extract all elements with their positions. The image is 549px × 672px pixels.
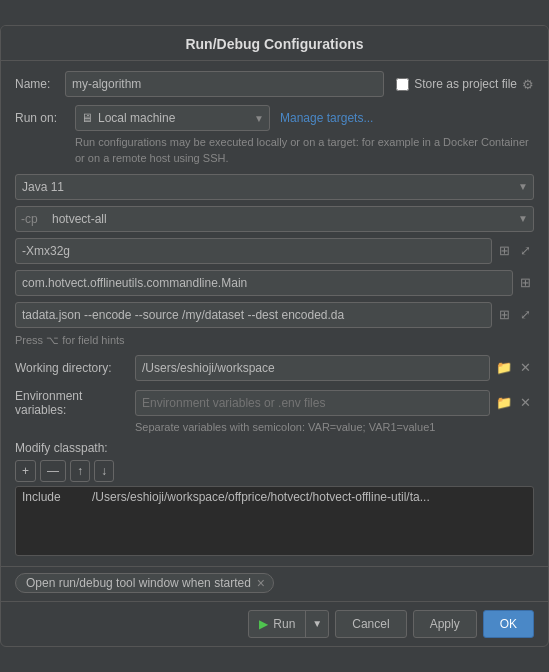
name-row: Name: Store as project file ⚙ xyxy=(15,71,534,97)
classpath-entry-path: /Users/eshioji/workspace/offprice/hotvec… xyxy=(86,487,533,507)
working-directory-row: Working directory: 📁 ✕ xyxy=(15,355,534,381)
classpath-remove-button[interactable]: — xyxy=(40,460,66,482)
run-on-row: Run on: 🖥 Local machine ▼ Manage targets… xyxy=(15,105,534,131)
run-debug-dialog: Run/Debug Configurations Name: Store as … xyxy=(0,25,549,647)
modify-classpath-label: Modify classpath: xyxy=(15,441,534,455)
main-class-expand-icon[interactable]: ⊞ xyxy=(517,274,534,291)
working-directory-label: Working directory: xyxy=(15,361,135,375)
run-tool-window-close-icon[interactable]: × xyxy=(257,576,265,590)
dialog-title: Run/Debug Configurations xyxy=(1,26,548,61)
working-directory-clear-icon[interactable]: ✕ xyxy=(517,359,534,376)
run-label-text: Run xyxy=(273,617,295,631)
classpath-table: Include /Users/eshioji/workspace/offpric… xyxy=(15,486,534,556)
classpath-row: hotvect-all -cp ▼ xyxy=(15,206,534,232)
working-directory-browse-icon[interactable]: 📁 xyxy=(493,359,515,376)
run-on-select[interactable]: Local machine xyxy=(75,105,270,131)
env-vars-icons: 📁 ✕ xyxy=(493,394,534,411)
env-vars-browse-icon[interactable]: 📁 xyxy=(493,394,515,411)
classpath-down-button[interactable]: ↓ xyxy=(94,460,114,482)
classpath-entry-type: Include xyxy=(16,487,86,507)
name-label: Name: xyxy=(15,77,65,91)
run-on-label: Run on: xyxy=(15,111,75,125)
classpath-select[interactable]: hotvect-all xyxy=(15,206,534,232)
run-dropdown-arrow[interactable]: ▼ xyxy=(306,611,328,637)
name-input[interactable] xyxy=(65,71,384,97)
run-tool-window-option: Open run/debug tool window when started … xyxy=(15,573,274,593)
ok-button[interactable]: OK xyxy=(483,610,534,638)
env-vars-hint: Separate variables with semicolon: VAR=v… xyxy=(135,421,534,433)
classpath-add-button[interactable]: + xyxy=(15,460,36,482)
run-play-icon: ▶ xyxy=(259,617,268,631)
monitor-icon: 🖥 xyxy=(81,111,93,125)
manage-targets-link[interactable]: Manage targets... xyxy=(280,111,373,125)
classpath-toolbar: + — ↑ ↓ xyxy=(15,460,534,482)
env-vars-clear-icon[interactable]: ✕ xyxy=(517,394,534,411)
cancel-button[interactable]: Cancel xyxy=(335,610,406,638)
run-on-hint: Run configurations may be executed local… xyxy=(75,135,534,166)
program-args-input[interactable] xyxy=(15,302,492,328)
run-tool-window-label: Open run/debug tool window when started xyxy=(26,576,251,590)
main-class-input[interactable] xyxy=(15,270,513,296)
vm-options-row: ⊞ ⤢ xyxy=(15,238,534,264)
vm-options-input[interactable] xyxy=(15,238,492,264)
run-on-select-wrapper: 🖥 Local machine ▼ xyxy=(75,105,270,131)
dialog-footer: ▶ Run ▼ Cancel Apply OK xyxy=(1,601,548,646)
run-button-label: ▶ Run xyxy=(249,611,306,637)
working-directory-icons: 📁 ✕ xyxy=(493,359,534,376)
environment-variables-row: Environment variables: 📁 ✕ xyxy=(15,389,534,417)
environment-variables-input[interactable] xyxy=(135,390,490,416)
working-directory-input[interactable] xyxy=(135,355,490,381)
vm-options-expand-icon[interactable]: ⊞ xyxy=(496,242,513,259)
classpath-table-row[interactable]: Include /Users/eshioji/workspace/offpric… xyxy=(16,487,533,507)
run-button[interactable]: ▶ Run ▼ xyxy=(248,610,329,638)
apply-button[interactable]: Apply xyxy=(413,610,477,638)
classpath-up-button[interactable]: ↑ xyxy=(70,460,90,482)
field-hints-text: Press ⌥ for field hints xyxy=(15,334,534,347)
java-row: Java 11 ▼ xyxy=(15,174,534,200)
store-as-project-checkbox[interactable] xyxy=(396,78,409,91)
java-version-select[interactable]: Java 11 xyxy=(15,174,534,200)
environment-variables-label: Environment variables: xyxy=(15,389,135,417)
store-as-project-label: Store as project file xyxy=(414,77,517,91)
main-class-row: ⊞ xyxy=(15,270,534,296)
program-args-row: ⊞ ⤢ xyxy=(15,302,534,328)
program-args-expand-icon[interactable]: ⊞ xyxy=(496,306,513,323)
gear-icon: ⚙ xyxy=(522,77,534,92)
store-as-project-row: Store as project file ⚙ xyxy=(396,77,534,92)
program-args-fullscreen-icon[interactable]: ⤢ xyxy=(517,306,534,323)
vm-options-fullscreen-icon[interactable]: ⤢ xyxy=(517,242,534,259)
bottom-options: Open run/debug tool window when started … xyxy=(1,566,548,601)
